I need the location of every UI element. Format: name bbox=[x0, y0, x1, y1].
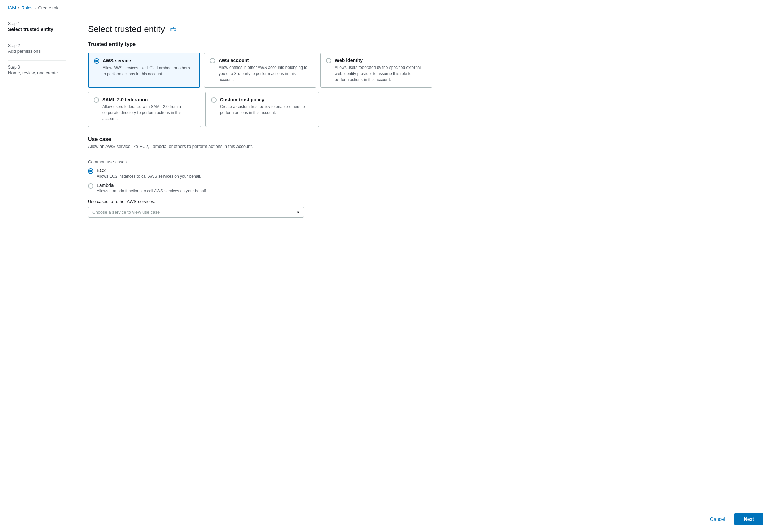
cancel-button[interactable]: Cancel bbox=[705, 514, 730, 525]
entity-card-aws-account-title: AWS account bbox=[219, 58, 310, 63]
radio-ec2-text: EC2 Allows EC2 instances to call AWS ser… bbox=[97, 168, 432, 179]
breadcrumb-sep1: › bbox=[18, 6, 19, 10]
main-content: Select trusted entity Info Trusted entit… bbox=[74, 16, 446, 531]
page-title: Select trusted entity bbox=[88, 24, 165, 34]
entity-card-saml-title: SAML 2.0 federation bbox=[102, 97, 196, 102]
entity-card-custom-trust-title: Custom trust policy bbox=[220, 97, 313, 102]
common-use-cases-label: Common use cases bbox=[88, 159, 432, 164]
entity-card-aws-service-text: AWS service Allow AWS services like EC2,… bbox=[103, 58, 194, 77]
radio-lambda bbox=[88, 183, 93, 189]
entity-card-aws-account-desc: Allow entities in other AWS accounts bel… bbox=[219, 64, 310, 83]
next-button[interactable]: Next bbox=[734, 513, 763, 525]
radio-lambda-label: Lambda bbox=[97, 183, 432, 188]
radio-inner-aws-service bbox=[95, 60, 98, 62]
use-case-description: Allow an AWS service like EC2, Lambda, o… bbox=[88, 144, 432, 149]
radio-web-identity bbox=[326, 58, 331, 63]
breadcrumb-sep2: › bbox=[34, 6, 36, 10]
radio-ec2 bbox=[88, 168, 93, 174]
use-case-divider bbox=[88, 154, 432, 154]
sidebar-step2-number: Step 2 bbox=[8, 43, 66, 48]
entity-card-aws-service-title: AWS service bbox=[103, 58, 194, 63]
entity-card-custom-trust-desc: Create a custom trust policy to enable o… bbox=[220, 104, 313, 116]
entity-card-aws-account-text: AWS account Allow entities in other AWS … bbox=[219, 58, 310, 83]
breadcrumb: IAM › Roles › Create role bbox=[0, 0, 777, 16]
entity-card-custom-trust-text: Custom trust policy Create a custom trus… bbox=[220, 97, 313, 116]
breadcrumb-roles[interactable]: Roles bbox=[21, 5, 32, 10]
info-link[interactable]: Info bbox=[168, 27, 176, 32]
use-case-title: Use case bbox=[88, 136, 432, 142]
sidebar: Step 1 Select trusted entity Step 2 Add … bbox=[0, 16, 74, 531]
radio-lambda-text: Lambda Allows Lambda functions to call A… bbox=[97, 183, 432, 193]
entity-card-aws-service[interactable]: AWS service Allow AWS services like EC2,… bbox=[88, 53, 200, 88]
breadcrumb-current: Create role bbox=[38, 5, 59, 10]
sidebar-step3-label: Name, review, and create bbox=[8, 70, 66, 75]
entity-card-saml-desc: Allow users federated with SAML 2.0 from… bbox=[102, 104, 196, 122]
radio-option-ec2[interactable]: EC2 Allows EC2 instances to call AWS ser… bbox=[88, 168, 432, 179]
sidebar-step3: Step 3 Name, review, and create bbox=[8, 65, 66, 75]
entity-cards-row1: AWS service Allow AWS services like EC2,… bbox=[88, 53, 432, 88]
entity-card-aws-account[interactable]: AWS account Allow entities in other AWS … bbox=[204, 53, 316, 88]
entity-card-web-identity[interactable]: Web identity Allows users federated by t… bbox=[320, 53, 432, 88]
radio-option-lambda[interactable]: Lambda Allows Lambda functions to call A… bbox=[88, 183, 432, 193]
sidebar-divider1 bbox=[8, 39, 66, 39]
entity-card-custom-trust[interactable]: Custom trust policy Create a custom trus… bbox=[205, 92, 319, 127]
sidebar-step2-label: Add permissions bbox=[8, 49, 66, 54]
trusted-entity-section-title: Trusted entity type bbox=[88, 41, 432, 47]
radio-saml bbox=[94, 97, 99, 103]
radio-lambda-desc: Allows Lambda functions to call AWS serv… bbox=[97, 189, 432, 193]
radio-inner-ec2 bbox=[89, 170, 92, 172]
radio-ec2-label: EC2 bbox=[97, 168, 432, 173]
entity-cards-row2: SAML 2.0 federation Allow users federate… bbox=[88, 92, 319, 127]
sidebar-step1-label: Select trusted entity bbox=[8, 27, 66, 32]
sidebar-step1-number: Step 1 bbox=[8, 21, 66, 26]
entity-card-aws-service-desc: Allow AWS services like EC2, Lambda, or … bbox=[103, 65, 194, 77]
service-dropdown[interactable]: Choose a service to view use case bbox=[88, 207, 304, 218]
sidebar-step3-number: Step 3 bbox=[8, 65, 66, 70]
entity-card-web-identity-desc: Allows users federated by the specified … bbox=[335, 64, 427, 83]
entity-card-saml[interactable]: SAML 2.0 federation Allow users federate… bbox=[88, 92, 201, 127]
radio-aws-service bbox=[94, 58, 99, 64]
sidebar-step2: Step 2 Add permissions bbox=[8, 43, 66, 54]
entity-card-saml-text: SAML 2.0 federation Allow users federate… bbox=[102, 97, 196, 122]
sidebar-step1: Step 1 Select trusted entity bbox=[8, 21, 66, 32]
radio-aws-account bbox=[210, 58, 215, 63]
radio-ec2-desc: Allows EC2 instances to call AWS service… bbox=[97, 174, 432, 179]
other-services-label: Use cases for other AWS services: bbox=[88, 199, 432, 204]
dropdown-wrapper: Choose a service to view use case ▼ bbox=[88, 207, 304, 218]
footer: Cancel Next bbox=[0, 506, 777, 531]
use-case-section: Use case Allow an AWS service like EC2, … bbox=[88, 136, 432, 218]
entity-card-web-identity-text: Web identity Allows users federated by t… bbox=[335, 58, 427, 83]
sidebar-divider2 bbox=[8, 60, 66, 61]
breadcrumb-iam[interactable]: IAM bbox=[8, 5, 16, 10]
page-title-row: Select trusted entity Info bbox=[88, 24, 432, 34]
entity-card-web-identity-title: Web identity bbox=[335, 58, 427, 63]
radio-custom-trust bbox=[211, 97, 217, 103]
